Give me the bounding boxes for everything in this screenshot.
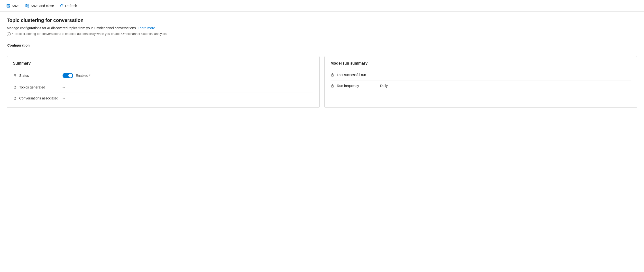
conversations-row: Conversations associated -- (13, 93, 314, 104)
page-description: Manage configurations for AI discovered … (7, 26, 637, 30)
info-note: i * Topic clustering for conversations i… (7, 32, 637, 36)
info-note-text: * Topic clustering for conversations is … (12, 32, 168, 36)
status-row: Status Enabled * (13, 69, 314, 82)
save-close-button[interactable]: Save and close (23, 3, 56, 9)
svg-rect-11 (14, 75, 16, 77)
description-text: Manage configurations for AI discovered … (7, 26, 137, 30)
topics-lock-icon (13, 85, 17, 89)
status-toggle[interactable] (62, 73, 73, 78)
status-toggle-container: Enabled * (62, 73, 90, 78)
learn-more-link[interactable]: Learn more (138, 26, 155, 30)
last-run-lock-icon (330, 73, 334, 77)
svg-rect-14 (332, 75, 334, 76)
info-icon: i (7, 32, 11, 36)
save-label: Save (12, 4, 20, 8)
topics-generated-label: Topics generated (19, 85, 58, 89)
cards-grid: Summary Status E (7, 56, 637, 108)
toggle-enabled-label: Enabled * (76, 74, 90, 77)
save-close-icon (25, 4, 29, 8)
svg-rect-1 (8, 5, 9, 6)
run-frequency-label: Run frequency (337, 84, 376, 88)
conversations-lock-icon (13, 96, 17, 100)
model-run-card: Model run summary Last successful run -- (324, 56, 637, 108)
refresh-button[interactable]: Refresh (58, 3, 80, 9)
tab-configuration[interactable]: Configuration (7, 41, 30, 50)
conversations-label: Conversations associated (19, 96, 58, 100)
refresh-icon (60, 4, 64, 8)
run-frequency-lock-icon (330, 84, 334, 88)
svg-rect-7 (26, 6, 27, 7)
toolbar: Save Save and close Refresh (0, 0, 644, 12)
last-run-value: -- (380, 73, 382, 77)
svg-rect-3 (8, 6, 8, 7)
topics-generated-value: -- (62, 85, 65, 89)
save-close-label: Save and close (31, 4, 54, 8)
save-icon (6, 4, 10, 8)
last-run-label: Last successful run (337, 73, 376, 77)
svg-rect-15 (332, 86, 334, 87)
refresh-label: Refresh (65, 4, 77, 8)
save-button[interactable]: Save (4, 3, 22, 9)
model-run-card-title: Model run summary (330, 61, 631, 66)
status-lock-icon (13, 74, 17, 77)
svg-rect-5 (26, 4, 27, 5)
run-frequency-value: Daily (380, 84, 388, 88)
last-run-row: Last successful run -- (330, 69, 631, 80)
main-content: Topic clustering for conversation Manage… (0, 12, 644, 113)
page-title: Topic clustering for conversation (7, 18, 637, 23)
svg-rect-12 (14, 87, 16, 89)
conversations-value: -- (62, 96, 65, 100)
summary-card: Summary Status E (7, 56, 320, 108)
tabs-container: Configuration (7, 41, 637, 50)
status-label: Status (19, 74, 58, 77)
run-frequency-row: Run frequency Daily (330, 80, 631, 91)
summary-card-title: Summary (13, 61, 314, 66)
svg-rect-13 (14, 98, 16, 100)
topics-generated-row: Topics generated -- (13, 82, 314, 93)
